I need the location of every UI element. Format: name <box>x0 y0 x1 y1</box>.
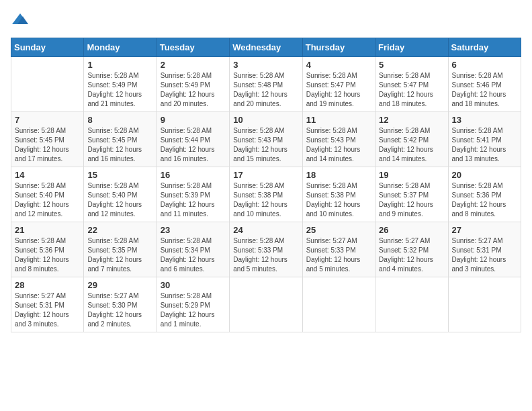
day-number: 27 <box>452 225 517 235</box>
day-number: 23 <box>161 225 226 235</box>
day-number: 15 <box>87 170 152 180</box>
day-info: Sunrise: 5:28 AM Sunset: 5:47 PM Dayligh… <box>306 71 371 109</box>
day-number: 10 <box>233 115 298 125</box>
col-header-wednesday: Wednesday <box>230 38 302 57</box>
day-number: 24 <box>233 225 298 235</box>
day-number: 17 <box>233 170 298 180</box>
day-number: 20 <box>452 170 517 180</box>
calendar-cell: 25Sunrise: 5:27 AM Sunset: 5:33 PM Dayli… <box>302 222 375 277</box>
col-header-friday: Friday <box>375 38 448 57</box>
calendar-cell: 4Sunrise: 5:28 AM Sunset: 5:47 PM Daylig… <box>302 57 375 112</box>
day-number: 22 <box>87 225 152 235</box>
day-info: Sunrise: 5:28 AM Sunset: 5:42 PM Dayligh… <box>379 126 444 164</box>
day-number: 26 <box>379 225 444 235</box>
header <box>11 11 521 30</box>
calendar-cell: 8Sunrise: 5:28 AM Sunset: 5:45 PM Daylig… <box>84 112 157 167</box>
calendar-cell: 3Sunrise: 5:28 AM Sunset: 5:48 PM Daylig… <box>230 57 302 112</box>
day-number: 16 <box>161 170 226 180</box>
day-number: 30 <box>161 280 226 290</box>
day-info: Sunrise: 5:28 AM Sunset: 5:49 PM Dayligh… <box>87 71 152 109</box>
day-number: 13 <box>452 115 517 125</box>
day-info: Sunrise: 5:28 AM Sunset: 5:34 PM Dayligh… <box>161 236 226 274</box>
day-info: Sunrise: 5:28 AM Sunset: 5:43 PM Dayligh… <box>233 126 298 164</box>
calendar-cell: 23Sunrise: 5:28 AM Sunset: 5:34 PM Dayli… <box>157 222 229 277</box>
calendar-cell: 11Sunrise: 5:28 AM Sunset: 5:43 PM Dayli… <box>302 112 375 167</box>
day-info: Sunrise: 5:28 AM Sunset: 5:45 PM Dayligh… <box>87 126 152 164</box>
day-info: Sunrise: 5:28 AM Sunset: 5:48 PM Dayligh… <box>233 71 298 109</box>
calendar-cell: 7Sunrise: 5:28 AM Sunset: 5:45 PM Daylig… <box>11 112 84 167</box>
calendar-cell: 24Sunrise: 5:28 AM Sunset: 5:33 PM Dayli… <box>230 222 302 277</box>
day-info: Sunrise: 5:28 AM Sunset: 5:38 PM Dayligh… <box>306 181 371 219</box>
day-info: Sunrise: 5:27 AM Sunset: 5:32 PM Dayligh… <box>379 236 444 274</box>
calendar-week-row: 7Sunrise: 5:28 AM Sunset: 5:45 PM Daylig… <box>11 112 521 167</box>
day-number: 28 <box>15 280 80 290</box>
day-number: 21 <box>15 225 80 235</box>
calendar-cell: 17Sunrise: 5:28 AM Sunset: 5:38 PM Dayli… <box>230 167 302 222</box>
day-info: Sunrise: 5:28 AM Sunset: 5:43 PM Dayligh… <box>306 126 371 164</box>
logo <box>11 11 32 30</box>
calendar-week-row: 1Sunrise: 5:28 AM Sunset: 5:49 PM Daylig… <box>11 57 521 112</box>
day-info: Sunrise: 5:28 AM Sunset: 5:41 PM Dayligh… <box>452 126 517 164</box>
day-number: 11 <box>306 115 371 125</box>
day-info: Sunrise: 5:28 AM Sunset: 5:49 PM Dayligh… <box>161 71 226 109</box>
calendar-cell: 22Sunrise: 5:28 AM Sunset: 5:35 PM Dayli… <box>84 222 157 277</box>
col-header-tuesday: Tuesday <box>157 38 229 57</box>
calendar-cell: 5Sunrise: 5:28 AM Sunset: 5:47 PM Daylig… <box>375 57 448 112</box>
day-info: Sunrise: 5:28 AM Sunset: 5:33 PM Dayligh… <box>233 236 298 274</box>
day-info: Sunrise: 5:28 AM Sunset: 5:40 PM Dayligh… <box>87 181 152 219</box>
calendar-cell <box>375 277 448 332</box>
day-info: Sunrise: 5:28 AM Sunset: 5:37 PM Dayligh… <box>379 181 444 219</box>
day-number: 29 <box>87 280 152 290</box>
calendar-cell: 29Sunrise: 5:27 AM Sunset: 5:30 PM Dayli… <box>84 277 157 332</box>
day-number: 6 <box>452 60 517 70</box>
calendar-cell: 12Sunrise: 5:28 AM Sunset: 5:42 PM Dayli… <box>375 112 448 167</box>
calendar-cell <box>11 57 84 112</box>
calendar-cell: 13Sunrise: 5:28 AM Sunset: 5:41 PM Dayli… <box>448 112 521 167</box>
col-header-thursday: Thursday <box>302 38 375 57</box>
day-info: Sunrise: 5:28 AM Sunset: 5:46 PM Dayligh… <box>452 71 517 109</box>
calendar-header-row: SundayMondayTuesdayWednesdayThursdayFrid… <box>11 38 521 57</box>
day-number: 7 <box>15 115 80 125</box>
calendar-cell: 21Sunrise: 5:28 AM Sunset: 5:36 PM Dayli… <box>11 222 84 277</box>
calendar-cell: 28Sunrise: 5:27 AM Sunset: 5:31 PM Dayli… <box>11 277 84 332</box>
day-number: 4 <box>306 60 371 70</box>
day-info: Sunrise: 5:28 AM Sunset: 5:39 PM Dayligh… <box>161 181 226 219</box>
day-info: Sunrise: 5:28 AM Sunset: 5:47 PM Dayligh… <box>379 71 444 109</box>
calendar-cell: 15Sunrise: 5:28 AM Sunset: 5:40 PM Dayli… <box>84 167 157 222</box>
calendar-cell: 18Sunrise: 5:28 AM Sunset: 5:38 PM Dayli… <box>302 167 375 222</box>
day-number: 8 <box>87 115 152 125</box>
day-number: 3 <box>233 60 298 70</box>
day-number: 19 <box>379 170 444 180</box>
day-info: Sunrise: 5:28 AM Sunset: 5:45 PM Dayligh… <box>15 126 80 164</box>
day-number: 5 <box>379 60 444 70</box>
col-header-sunday: Sunday <box>11 38 84 57</box>
calendar-cell: 20Sunrise: 5:28 AM Sunset: 5:36 PM Dayli… <box>448 167 521 222</box>
calendar-cell: 9Sunrise: 5:28 AM Sunset: 5:44 PM Daylig… <box>157 112 229 167</box>
calendar-cell: 19Sunrise: 5:28 AM Sunset: 5:37 PM Dayli… <box>375 167 448 222</box>
calendar-week-row: 14Sunrise: 5:28 AM Sunset: 5:40 PM Dayli… <box>11 167 521 222</box>
calendar-cell: 16Sunrise: 5:28 AM Sunset: 5:39 PM Dayli… <box>157 167 229 222</box>
col-header-monday: Monday <box>84 38 157 57</box>
day-info: Sunrise: 5:28 AM Sunset: 5:35 PM Dayligh… <box>87 236 152 274</box>
calendar-cell: 2Sunrise: 5:28 AM Sunset: 5:49 PM Daylig… <box>157 57 229 112</box>
day-info: Sunrise: 5:28 AM Sunset: 5:36 PM Dayligh… <box>15 236 80 274</box>
day-info: Sunrise: 5:27 AM Sunset: 5:33 PM Dayligh… <box>306 236 371 274</box>
calendar-cell: 26Sunrise: 5:27 AM Sunset: 5:32 PM Dayli… <box>375 222 448 277</box>
day-info: Sunrise: 5:28 AM Sunset: 5:44 PM Dayligh… <box>161 126 226 164</box>
day-number: 18 <box>306 170 371 180</box>
day-number: 2 <box>161 60 226 70</box>
calendar-week-row: 21Sunrise: 5:28 AM Sunset: 5:36 PM Dayli… <box>11 222 521 277</box>
calendar-week-row: 28Sunrise: 5:27 AM Sunset: 5:31 PM Dayli… <box>11 277 521 332</box>
day-info: Sunrise: 5:28 AM Sunset: 5:29 PM Dayligh… <box>161 291 226 329</box>
calendar-cell <box>302 277 375 332</box>
calendar-cell: 1Sunrise: 5:28 AM Sunset: 5:49 PM Daylig… <box>84 57 157 112</box>
day-info: Sunrise: 5:27 AM Sunset: 5:30 PM Dayligh… <box>87 291 152 329</box>
day-info: Sunrise: 5:27 AM Sunset: 5:31 PM Dayligh… <box>15 291 80 329</box>
calendar-cell: 6Sunrise: 5:28 AM Sunset: 5:46 PM Daylig… <box>448 57 521 112</box>
calendar-cell: 30Sunrise: 5:28 AM Sunset: 5:29 PM Dayli… <box>157 277 229 332</box>
calendar-cell: 27Sunrise: 5:27 AM Sunset: 5:31 PM Dayli… <box>448 222 521 277</box>
day-info: Sunrise: 5:28 AM Sunset: 5:36 PM Dayligh… <box>452 181 517 219</box>
generalblue-logo-icon <box>11 11 30 30</box>
day-number: 1 <box>87 60 152 70</box>
calendar-cell: 14Sunrise: 5:28 AM Sunset: 5:40 PM Dayli… <box>11 167 84 222</box>
